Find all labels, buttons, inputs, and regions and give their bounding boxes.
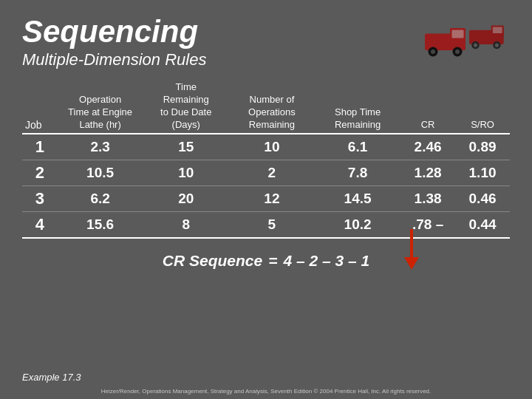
num-ops-1: 10 xyxy=(229,134,315,160)
cr-sequence-row: CR Sequence = 4 – 2 – 3 – 1 xyxy=(22,252,510,270)
col-op-time: OperationTime at EngineLathe (hr) xyxy=(58,80,143,134)
col-num-ops: Number ofOperationsRemaining xyxy=(229,80,315,134)
time-rem-3: 20 xyxy=(143,185,229,211)
sro-3: 0.46 xyxy=(455,185,510,211)
shop-time-4: 10.2 xyxy=(315,211,400,238)
table-row: 3 6.2 20 12 14.5 1.38 0.46 xyxy=(22,185,510,211)
col-cr: CR xyxy=(400,80,455,134)
svg-point-4 xyxy=(474,44,477,47)
col-job: Job xyxy=(22,80,58,134)
truck-icon xyxy=(421,13,517,61)
cr-3: 1.38 xyxy=(400,185,455,211)
sro-2: 1.10 xyxy=(455,160,510,185)
cr-1: 2.46 xyxy=(400,134,455,160)
shop-time-1: 6.1 xyxy=(315,134,400,160)
time-rem-4: 8 xyxy=(143,211,229,238)
op-time-4: 15.6 xyxy=(58,211,143,238)
job-4: 4 xyxy=(22,211,58,238)
sro-4: 0.44 xyxy=(455,211,510,238)
time-rem-1: 15 xyxy=(143,134,229,160)
num-ops-4: 5 xyxy=(229,211,315,238)
svg-rect-2 xyxy=(493,27,502,34)
shop-time-2: 7.8 xyxy=(315,160,400,185)
col-shop-time: Shop TimeRemaining xyxy=(315,80,400,134)
cr-sequence-value: 4 – 2 – 3 – 1 xyxy=(283,252,369,270)
table-row: 1 2.3 15 10 6.1 2.46 0.89 xyxy=(22,134,510,160)
op-time-3: 6.2 xyxy=(58,185,143,211)
svg-point-11 xyxy=(431,50,435,54)
table-row: 4 15.6 8 5 10.2 .78 – 0.44 xyxy=(22,211,510,238)
job-3: 3 xyxy=(22,185,58,211)
col-time-remaining: TimeRemainingto Due Date(Days) xyxy=(143,80,229,134)
table-header-row: Job OperationTime at EngineLathe (hr) Ti… xyxy=(22,80,510,134)
svg-point-6 xyxy=(495,44,499,47)
sequencing-table: Job OperationTime at EngineLathe (hr) Ti… xyxy=(22,80,510,239)
cr-sequence-label: CR Sequence xyxy=(163,252,262,270)
cr-2: 1.28 xyxy=(400,160,455,185)
job-2: 2 xyxy=(22,160,58,185)
cr-sequence-equals: = xyxy=(268,252,277,270)
shop-time-3: 14.5 xyxy=(315,185,400,211)
num-ops-3: 12 xyxy=(229,185,315,211)
svg-point-13 xyxy=(455,50,460,54)
data-table-wrapper: Job OperationTime at EngineLathe (hr) Ti… xyxy=(22,80,510,239)
op-time-2: 10.5 xyxy=(58,160,143,185)
col-sro: S/RO xyxy=(455,80,510,134)
table-row: 2 10.5 10 2 7.8 1.28 1.10 xyxy=(22,160,510,185)
example-label: Example 17.3 xyxy=(22,372,81,383)
job-1: 1 xyxy=(22,134,58,160)
footer-text: Heizer/Render, Operations Management, St… xyxy=(0,388,532,395)
main-container: Sequencing Multiple-Dimension Rules Job … xyxy=(0,0,532,399)
time-rem-2: 10 xyxy=(143,160,229,185)
op-time-1: 2.3 xyxy=(58,134,143,160)
num-ops-2: 2 xyxy=(229,160,315,185)
svg-rect-9 xyxy=(452,30,464,38)
sro-1: 0.89 xyxy=(455,134,510,160)
